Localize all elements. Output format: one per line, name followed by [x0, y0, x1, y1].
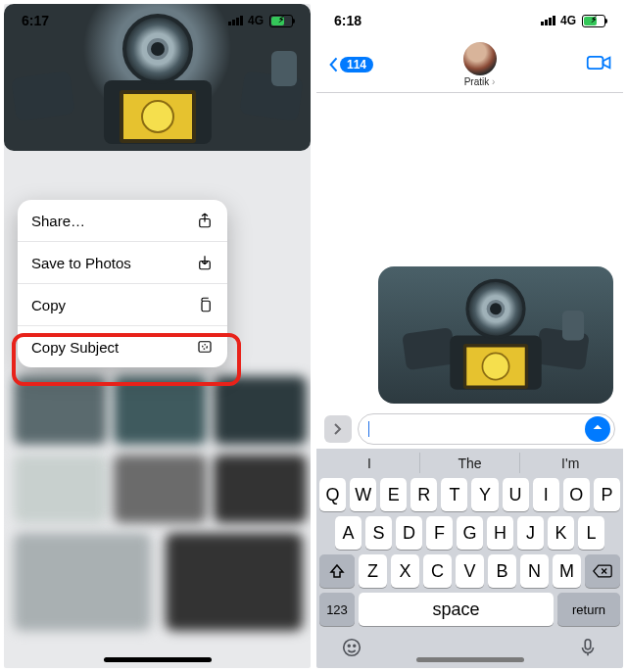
key-V[interactable]: V — [456, 554, 484, 588]
key-row-1: QWERTYUIOP — [319, 478, 620, 511]
back-button[interactable]: 114 — [326, 55, 373, 74]
chevron-right-icon — [332, 423, 344, 435]
svg-point-6 — [344, 640, 361, 656]
contact-header[interactable]: Pratik — [463, 42, 497, 87]
svg-rect-5 — [588, 57, 603, 69]
menu-label: Share… — [31, 213, 85, 229]
text-caret — [368, 421, 369, 437]
backspace-icon — [593, 564, 612, 578]
svg-point-4 — [203, 345, 208, 350]
key-Z[interactable]: Z — [359, 554, 387, 588]
video-icon — [586, 53, 613, 72]
key-D[interactable]: D — [396, 516, 422, 550]
key-B[interactable]: B — [488, 554, 516, 588]
key-F[interactable]: F — [426, 516, 453, 550]
key-K[interactable]: K — [548, 516, 574, 550]
suggestion-bar: I The I'm — [319, 453, 620, 473]
contact-name: Pratik — [464, 76, 496, 87]
key-row-2: ASDFGHJKL — [319, 516, 620, 550]
robot-image — [4, 4, 311, 151]
dictation-button[interactable] — [577, 637, 599, 662]
emoji-button[interactable] — [341, 637, 362, 662]
compose-bar — [316, 409, 623, 449]
svg-rect-3 — [199, 342, 211, 353]
suggestion[interactable]: I — [319, 453, 420, 473]
key-S[interactable]: S — [365, 516, 392, 550]
copy-doc-icon — [196, 296, 214, 313]
svg-point-7 — [348, 645, 350, 647]
svg-point-8 — [354, 645, 356, 647]
svg-rect-2 — [202, 301, 210, 312]
signal-icon — [541, 16, 555, 25]
mic-icon — [577, 637, 599, 658]
phone-right: 6:18 4G ⚡︎ 114 Pratik — [316, 4, 623, 668]
phone-left: 6:17 4G ⚡︎ Share… Save to Photos Copy Co… — [4, 4, 311, 668]
avatar — [463, 42, 497, 75]
space-key[interactable]: space — [359, 593, 554, 626]
key-row-4: 123 space return — [319, 593, 620, 626]
suggestion[interactable]: The — [420, 453, 521, 473]
key-A[interactable]: A — [335, 516, 362, 550]
key-T[interactable]: T — [441, 478, 467, 511]
key-U[interactable]: U — [503, 478, 529, 511]
home-indicator[interactable] — [416, 657, 524, 662]
key-H[interactable]: H — [487, 516, 513, 550]
key-O[interactable]: O — [563, 478, 590, 511]
key-I[interactable]: I — [533, 478, 559, 511]
key-P[interactable]: P — [594, 478, 620, 511]
selected-photo[interactable] — [4, 4, 311, 151]
numbers-key[interactable]: 123 — [319, 593, 355, 626]
menu-label: Copy Subject — [31, 339, 119, 356]
copy-subject-icon — [196, 338, 214, 356]
status-time: 6:18 — [334, 13, 362, 28]
home-indicator[interactable] — [104, 657, 212, 662]
backspace-key[interactable] — [585, 554, 620, 588]
key-Q[interactable]: Q — [319, 478, 346, 511]
return-key[interactable]: return — [557, 593, 620, 626]
key-row-3: ZXCVBNM — [319, 554, 620, 588]
battery-icon: ⚡︎ — [582, 15, 605, 27]
key-E[interactable]: E — [380, 478, 407, 511]
download-icon — [196, 254, 214, 271]
shift-key[interactable] — [319, 554, 355, 588]
key-C[interactable]: C — [423, 554, 452, 588]
share-icon — [196, 212, 214, 229]
context-menu: Share… Save to Photos Copy Copy Subject — [18, 200, 227, 367]
key-X[interactable]: X — [391, 554, 419, 588]
status-bar: 6:18 4G ⚡︎ — [316, 4, 623, 37]
key-G[interactable]: G — [457, 516, 483, 550]
shift-icon — [329, 563, 345, 579]
conversation-area[interactable] — [316, 94, 623, 409]
svg-rect-9 — [585, 640, 591, 649]
back-count: 114 — [340, 57, 373, 72]
menu-copy[interactable]: Copy — [18, 284, 227, 326]
suggestion[interactable]: I'm — [520, 453, 620, 473]
network-label: 4G — [560, 14, 576, 27]
messages-nav: 114 Pratik — [316, 37, 623, 93]
key-W[interactable]: W — [350, 478, 376, 511]
menu-copy-subject[interactable]: Copy Subject — [18, 326, 227, 367]
robot-image — [396, 270, 596, 387]
message-bubble-image[interactable] — [378, 266, 613, 404]
facetime-button[interactable] — [586, 53, 613, 76]
key-N[interactable]: N — [520, 554, 549, 588]
menu-label: Copy — [31, 297, 66, 313]
menu-share[interactable]: Share… — [18, 200, 227, 242]
message-input[interactable] — [358, 413, 615, 445]
key-M[interactable]: M — [553, 554, 581, 588]
keyboard: I The I'm QWERTYUIOP ASDFGHJKL ZXCVBNM 1… — [316, 449, 623, 668]
key-R[interactable]: R — [410, 478, 437, 511]
key-L[interactable]: L — [578, 516, 604, 550]
key-Y[interactable]: Y — [471, 478, 498, 511]
expand-apps-button[interactable] — [324, 415, 352, 443]
arrow-up-icon — [591, 422, 604, 436]
menu-save-photos[interactable]: Save to Photos — [18, 242, 227, 284]
emoji-icon — [341, 637, 362, 658]
key-J[interactable]: J — [517, 516, 544, 550]
send-button[interactable] — [585, 416, 610, 442]
menu-label: Save to Photos — [31, 255, 131, 271]
